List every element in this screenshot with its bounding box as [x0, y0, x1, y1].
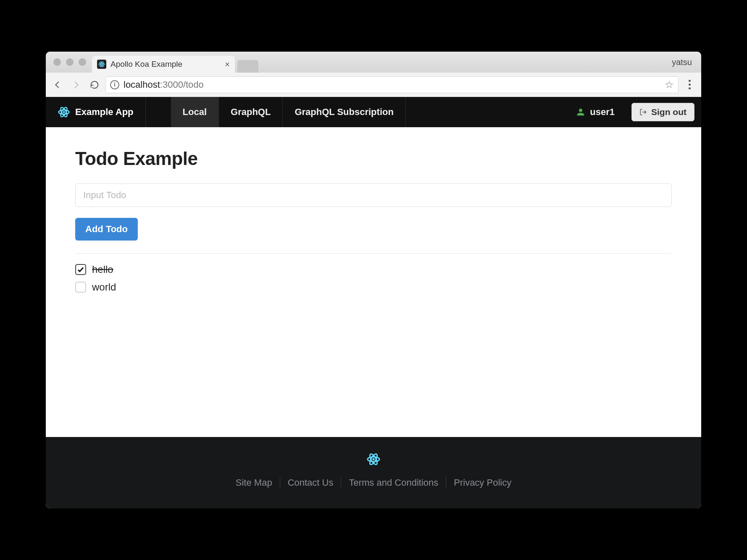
address-bar[interactable]: i localhost:3000/todo ☆ [105, 76, 679, 93]
user-icon [576, 108, 585, 116]
todo-text: world [92, 281, 116, 293]
browser-toolbar: i localhost:3000/todo ☆ [46, 73, 701, 97]
todo-item: hello [75, 264, 672, 275]
nav-item-graphql-subscription[interactable]: GraphQL Subscription [283, 97, 406, 127]
todo-text: hello [92, 264, 113, 275]
brand-label: Example App [75, 107, 134, 118]
check-icon [77, 266, 84, 273]
browser-window: Apollo Koa Example × yatsu i localhost:3… [46, 52, 701, 508]
sign-out-icon [639, 108, 647, 116]
todo-checkbox[interactable] [75, 282, 86, 293]
footer-link-contact[interactable]: Contact Us [280, 477, 342, 488]
footer-link-sitemap[interactable]: Site Map [228, 477, 280, 488]
footer-link-terms[interactable]: Terms and Conditions [341, 477, 446, 488]
app-brand[interactable]: Example App [46, 97, 146, 127]
new-tab-button[interactable] [237, 60, 258, 73]
tab-close-icon[interactable]: × [225, 60, 230, 68]
site-info-icon[interactable]: i [110, 80, 119, 89]
bookmark-star-icon[interactable]: ☆ [665, 79, 674, 91]
add-todo-button[interactable]: Add Todo [75, 218, 138, 241]
todo-input[interactable] [75, 183, 672, 207]
app-navbar: Example App Local GraphQL GraphQL Subscr… [46, 97, 701, 127]
window-maximize-dot[interactable] [79, 58, 86, 66]
tab-favicon [97, 60, 106, 69]
browser-profile[interactable]: yatsu [672, 58, 692, 67]
svg-point-4 [63, 111, 65, 113]
url-text: localhost:3000/todo [124, 79, 204, 90]
nav-item-graphql[interactable]: GraphQL [219, 97, 283, 127]
window-controls [53, 58, 86, 66]
sign-out-button[interactable]: Sign out [631, 103, 694, 121]
react-logo-icon [58, 106, 70, 118]
todo-item: world [75, 281, 672, 293]
reload-button[interactable] [87, 77, 102, 92]
browser-titlebar: Apollo Koa Example × yatsu [46, 52, 701, 73]
page-content: Todo Example Add Todo hello world [46, 127, 701, 437]
tab-title: Apollo Koa Example [110, 60, 182, 69]
svg-point-0 [101, 64, 103, 65]
todo-list: hello world [75, 264, 672, 293]
forward-button[interactable] [68, 77, 84, 92]
back-button[interactable] [50, 77, 65, 92]
todo-checkbox[interactable] [75, 264, 86, 275]
footer-links: Site Map Contact Us Terms and Conditions… [228, 477, 519, 488]
react-logo-icon [366, 452, 381, 466]
nav-item-local[interactable]: Local [171, 97, 219, 127]
footer-link-privacy[interactable]: Privacy Policy [446, 477, 519, 488]
browser-tab[interactable]: Apollo Koa Example × [92, 56, 235, 73]
browser-menu-icon[interactable] [682, 80, 697, 89]
divider [75, 253, 672, 254]
user-indicator[interactable]: user1 [566, 97, 625, 127]
window-close-dot[interactable] [53, 58, 61, 66]
footer: Site Map Contact Us Terms and Conditions… [46, 437, 701, 508]
window-minimize-dot[interactable] [66, 58, 74, 66]
page-heading: Todo Example [75, 148, 672, 169]
username: user1 [590, 107, 615, 118]
svg-point-9 [372, 458, 375, 461]
